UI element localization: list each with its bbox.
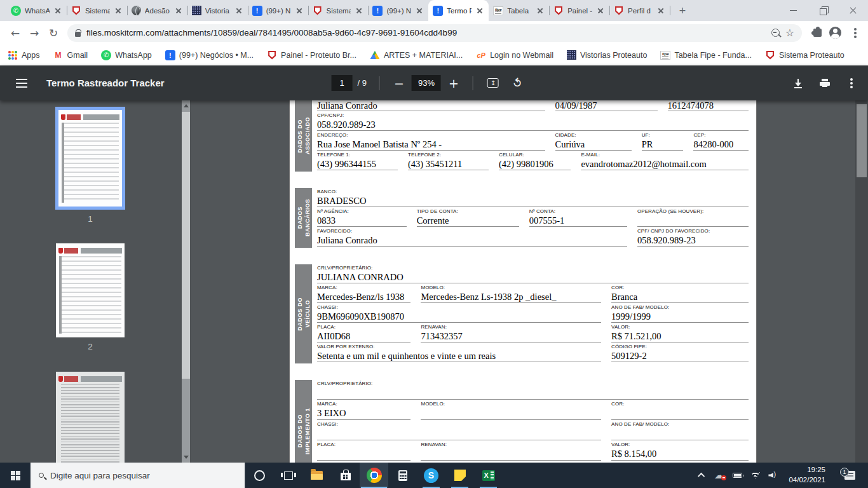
bookmark-item-8[interactable]: Vistorias Proteauto [567,50,647,60]
tab-9[interactable]: Tabela [489,0,549,21]
page-thumbnail-3[interactable] [56,372,125,463]
taskbar-task-view-button[interactable] [274,463,302,488]
zoom-level-input[interactable]: 93% [412,75,441,91]
taskbar-sticky-notes-button[interactable] [445,463,474,488]
rotate-icon[interactable] [510,75,526,92]
bookmark-item-7[interactable]: Login no Webmail [476,50,553,60]
action-center-button[interactable]: 1 [836,471,863,480]
field-value [317,388,749,400]
bookmark-item-3[interactable]: WhatsApp [101,50,152,60]
forward-button[interactable]: → [25,24,43,42]
back-button[interactable]: ← [6,24,24,42]
tab-7[interactable]: (99+) N [368,0,428,21]
moskit-icon [433,6,443,16]
form-section-bancarios: DADOSBANCÁRIOSBANCO:BRADESCONº AGÊNCIA:0… [295,188,750,248]
browser-menu-icon[interactable] [854,32,857,34]
taskbar-chrome-button[interactable] [360,463,388,488]
tab-close-icon[interactable] [174,6,183,15]
bookmark-item-5[interactable]: Painel - Proteuto Br... [267,50,356,60]
zoom-in-button[interactable]: + [441,76,466,90]
tray-expand-icon[interactable] [698,473,705,480]
bookmark-item-10[interactable]: Sistema Proteauto [765,50,844,60]
tab-label: Adesão [145,7,170,15]
bookmark-item-4[interactable]: (99+) Negócios • M... [165,50,254,60]
tab-3[interactable]: Adesão [127,0,187,21]
start-button[interactable] [0,463,31,488]
pdf-more-icon[interactable] [850,82,853,85]
document-scrollbar-thumb[interactable] [857,104,867,177]
tab-close-icon[interactable] [53,6,62,15]
tab-close-icon[interactable] [536,6,545,15]
tab-4[interactable]: Vistoria [187,0,248,21]
fit-page-icon[interactable] [487,78,499,88]
page-thumbnail-2[interactable]: 2 [56,243,125,351]
bookmark-star-icon[interactable]: ☆ [785,28,794,38]
tab-10[interactable]: Painel - [549,0,609,21]
wifi-icon[interactable] [750,472,760,479]
secure-lock-icon[interactable] [75,32,81,37]
tab-close-icon[interactable] [355,6,363,15]
maximize-button[interactable] [808,0,838,21]
taskbar-excel-button[interactable] [474,463,503,488]
taskbar-clock[interactable]: 19:25 04/02/2021 [786,465,828,485]
extensions-icon[interactable] [813,29,822,37]
page-thumbnail-1[interactable]: 1 [58,110,122,224]
taskbar-search[interactable]: Digite aqui para pesquisar [31,463,245,488]
section-label-bar: DADOS DOVEÍCULO [295,264,312,363]
proteauto-shield-icon [267,50,277,60]
field-label: TIPO DE CONTA: [417,208,529,215]
bookmark-item-1[interactable]: Apps [8,50,40,60]
sidebar-scrollbar[interactable] [182,100,190,463]
bookmark-item-2[interactable]: Gmail [53,50,88,60]
form-field: Nº AGÊNCIA:0833 [317,208,417,227]
sidebar-scrollbar-thumb[interactable] [182,112,190,379]
page-count-label: / 9 [358,78,367,88]
tab-5[interactable]: (99+) N [248,0,308,21]
tab-close-icon[interactable] [596,6,605,15]
tab-close-icon[interactable] [295,6,304,15]
tab-label: WhatsA [25,7,50,15]
tab-close-icon[interactable] [475,6,484,15]
tab-6[interactable]: Sistema [308,0,369,21]
volume-icon[interactable] [768,471,778,479]
bookmark-item-6[interactable]: ARTES + MATERIAI... [370,50,463,60]
tab-1[interactable]: WhatsA [6,0,67,21]
zoom-out-button[interactable]: − [386,76,412,90]
tab-label: Sistema [85,7,110,15]
minimize-button[interactable] [778,0,808,21]
menu-icon[interactable] [16,79,27,88]
tab-close-icon[interactable] [114,6,123,15]
bookmark-item-9[interactable]: Tabela Fipe - Funda... [660,51,752,60]
form-field: MARCA:Mercedes-Benz/ls 1938 [317,285,421,303]
tab-close-icon[interactable] [415,6,424,15]
whatsapp-icon [101,50,111,60]
tab-11[interactable]: Perfil d [609,0,670,21]
close-window-button[interactable] [838,0,868,21]
print-icon[interactable] [820,78,830,88]
thumbnail-page-number: 1 [88,214,93,224]
tab-8[interactable]: Termo R [428,0,489,21]
taskbar-calculator-button[interactable] [388,463,417,488]
taskbar-store-button[interactable] [331,463,360,488]
form-row: TELEFONE 1:(43) 996344155TELEFONE 2:(43)… [317,152,750,170]
battery-icon[interactable] [733,473,742,478]
profile-avatar[interactable] [829,27,841,39]
proteauto-shield-icon [765,50,775,60]
dark-grid-icon [567,50,576,60]
new-tab-button[interactable]: + [674,2,691,20]
tab-close-icon[interactable] [656,6,665,15]
url-omnibox[interactable]: files.moskitcrm.com/attachments/10859/de… [67,24,802,42]
tab-2[interactable]: Sistema [67,0,127,21]
page-number-input[interactable]: 1 [332,75,353,91]
taskbar-skype-button[interactable] [417,463,445,488]
taskbar-file-explorer-button[interactable] [302,463,331,488]
tab-close-icon[interactable] [234,6,243,15]
taskbar-cortana-button[interactable] [245,463,274,488]
document-scrollbar[interactable] [855,100,868,463]
search-placeholder: Digite aqui para pesquisar [50,471,150,480]
reload-button[interactable]: ↻ [44,24,62,42]
proteauto-shield-icon [71,6,81,16]
download-icon[interactable] [793,78,803,88]
page-zoom-icon[interactable] [771,29,780,37]
onedrive-icon[interactable] [713,471,724,480]
